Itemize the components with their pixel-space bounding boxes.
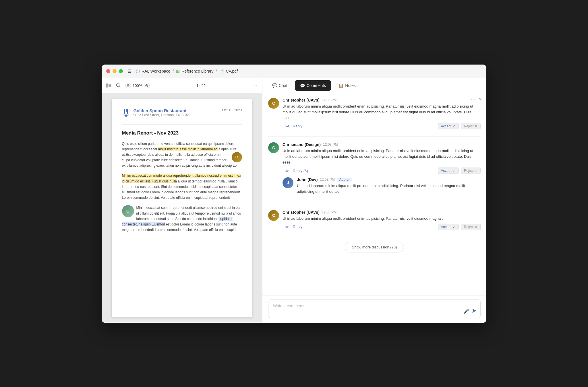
library-label[interactable]: Reference Library <box>181 69 213 73</box>
restaurant-icon <box>122 109 130 120</box>
main-layout: ⊕ 100% ⊖ 1 of 2 ··· <box>102 78 486 323</box>
comment-2-body: Chrismano (Design) 12:03 PM Ut in ad lab… <box>283 142 481 174</box>
show-more-button[interactable]: Show more discussion (20) <box>345 242 404 252</box>
comment-2-reject[interactable]: Reject ✕ <box>461 168 481 174</box>
workspace-icon: ⬡ <box>136 69 140 74</box>
comment-3-text: Ut in ad laborum minim aliqua mollit pro… <box>283 216 481 221</box>
titlebar: ☰ ⬡ RAL Workspace / ▦ Reference Library … <box>102 65 486 78</box>
comment-3-time: 12:03 PM <box>322 210 336 214</box>
thread-indent: J John (Dev) 12:03 PM Author Ut in ad la… <box>283 177 481 197</box>
close-traffic-light[interactable] <box>106 69 110 73</box>
breadcrumb-library[interactable]: ▦ Reference Library <box>176 69 213 73</box>
breadcrumb-file[interactable]: 📄 CV.pdf <box>219 69 238 73</box>
avatar-chrismano: C <box>268 142 279 153</box>
comment-3-like[interactable]: Like <box>283 225 289 229</box>
comment-3-reject[interactable]: Reject ✕ <box>461 224 481 230</box>
tab-chat-label: Chat <box>279 83 287 88</box>
file-label[interactable]: CV.pdf <box>226 69 238 73</box>
comment-3-verdict: Accept ✓ Reject ✕ <box>438 224 481 230</box>
pdf-toolbar: ⊕ 100% ⊖ 1 of 2 ··· <box>102 78 262 93</box>
svg-rect-1 <box>109 84 111 85</box>
send-button[interactable] <box>472 308 477 314</box>
svg-rect-2 <box>109 85 111 86</box>
comment-3-accept[interactable]: Accept ✓ <box>438 224 459 230</box>
app-window: ☰ ⬡ RAL Workspace / ▦ Reference Library … <box>102 65 486 323</box>
svg-rect-7 <box>126 109 127 112</box>
breadcrumb-sep-2: / <box>216 69 217 73</box>
divider-1 <box>268 136 481 137</box>
comment-2-verdict: Accept ✓ Reject ✕ <box>438 168 481 174</box>
svg-rect-0 <box>106 83 108 87</box>
toolbar-more-button[interactable]: ··· <box>252 83 258 88</box>
comments-panel: ··· × C Christopher (UAVs) 12:03 PM <box>262 93 486 295</box>
sidebar-toggle-icon[interactable] <box>106 83 111 87</box>
svg-rect-6 <box>124 109 125 114</box>
file-icon: 📄 <box>219 69 224 73</box>
maximize-traffic-light[interactable] <box>119 69 123 73</box>
svg-line-5 <box>119 86 120 87</box>
comment-3-reply[interactable]: Reply <box>293 225 302 229</box>
minimize-traffic-light[interactable] <box>113 69 117 73</box>
avatar-christopher-2: C <box>268 210 279 221</box>
tab-chat[interactable]: 💬 Chat <box>267 80 293 91</box>
comment-1-like[interactable]: Like <box>283 124 289 128</box>
notes-icon: 📋 <box>339 83 343 88</box>
pdf-paragraph-2: Minim occaecat commodo aliqua reprehende… <box>122 173 242 201</box>
comment-1-header: Christopher (UAVs) 12:03 PM <box>283 98 481 102</box>
avatar-christopher-1: C <box>268 98 279 109</box>
comment-2-time: 12:03 PM <box>323 143 338 147</box>
comment-input[interactable] <box>273 304 467 314</box>
comment-1-body: Christopher (UAVs) 12:03 PM Ut in ad lab… <box>283 98 481 129</box>
pdf-highlight-1: mollit nostrud esse mollit in laborum ad <box>158 147 218 151</box>
reply-john-time: 12:03 PM <box>320 178 334 182</box>
tab-notes[interactable]: 📋 Notes <box>333 80 361 91</box>
pdf-header: Golden Spoon Restaurant 9012 East Street… <box>122 108 242 125</box>
tab-comments[interactable]: 💬 Comments <box>295 80 331 91</box>
reply-john-body: John (Dev) 12:03 PM Author Ut in ad labo… <box>297 177 481 197</box>
pdf-content: Golden Spoon Restaurant 9012 East Street… <box>102 93 262 323</box>
comment-1: C Christopher (UAVs) 12:03 PM Ut in ad l… <box>268 98 481 129</box>
comment-1-verdict: Accept ✓ Reject ✕ <box>438 123 481 129</box>
inline-avatar-2: C <box>122 205 134 217</box>
comment-3-body: Christopher (UAVs) 12:03 PM Ut in ad lab… <box>283 210 481 230</box>
comment-2-author: Chrismano (Design) <box>283 142 321 147</box>
breadcrumb: ☰ ⬡ RAL Workspace / ▦ Reference Library … <box>127 69 238 74</box>
restaurant-address: 9012 East Street, Houston, TX 77020 <box>134 113 191 117</box>
comment-1-accept[interactable]: Accept ✓ <box>438 123 459 129</box>
search-icon[interactable] <box>116 83 121 88</box>
inline-avatar-1: C <box>232 152 242 162</box>
library-icon: ▦ <box>176 69 180 73</box>
comment-2-like[interactable]: Like <box>283 169 289 173</box>
reply-john-author: John (Dev) <box>297 177 318 182</box>
breadcrumb-workspace[interactable]: ⬡ RAL Workspace <box>136 69 170 74</box>
svg-rect-9 <box>125 114 127 117</box>
restaurant-name: Golden Spoon Restaurant <box>134 108 191 113</box>
pdf-para1-rest: ut.Est excepteur duis aliqua in do molli… <box>122 153 237 168</box>
panel-more-button[interactable]: ··· <box>471 97 476 102</box>
pdf-para1-close[interactable]: ✕ <box>227 152 229 157</box>
zoom-out-icon[interactable]: ⊖ <box>144 83 150 88</box>
panel-close-button[interactable]: × <box>479 97 482 102</box>
workspace-label[interactable]: RAL Workspace <box>142 69 170 73</box>
right-panel: 💬 Chat 💬 Comments 📋 Notes ··· × <box>262 78 486 323</box>
pdf-paragraph-1: Quis esse cillum pariatur id veniam offi… <box>122 141 242 169</box>
reply-john-text: Ut in ad laborum minim aliqua mollit pro… <box>297 183 481 195</box>
mic-icon[interactable]: 🎤 <box>464 308 469 314</box>
show-more-divider <box>268 237 481 237</box>
comment-1-reject[interactable]: Reject ✕ <box>461 123 481 129</box>
reply-john: J John (Dev) 12:03 PM Author Ut in ad la… <box>283 177 481 197</box>
comment-1-author: Christopher (UAVs) <box>283 98 320 102</box>
comment-thread-3: C Christopher (UAVs) 12:03 PM Ut in ad l… <box>268 210 481 230</box>
comment-2-reply[interactable]: Reply (6) <box>293 169 308 173</box>
zoom-in-icon[interactable]: ⊕ <box>125 83 131 88</box>
comment-2-text: Ut in ad laborum minim aliqua mollit pro… <box>283 148 481 165</box>
hamburger-icon[interactable]: ☰ <box>127 69 131 73</box>
comment-2-header: Chrismano (Design) 12:03 PM <box>283 142 481 147</box>
comment-2-accept[interactable]: Accept ✓ <box>438 168 459 174</box>
svg-rect-3 <box>109 86 111 87</box>
comment-1-reply[interactable]: Reply <box>293 124 302 128</box>
comment-1-text: Ut in ad laborum minim aliqua mollit pro… <box>283 104 481 121</box>
input-actions: 🎤 <box>464 308 477 314</box>
comment-3-header: Christopher (UAVs) 12:03 PM <box>283 210 481 215</box>
comment-3-author: Christopher (UAVs) <box>283 210 320 215</box>
